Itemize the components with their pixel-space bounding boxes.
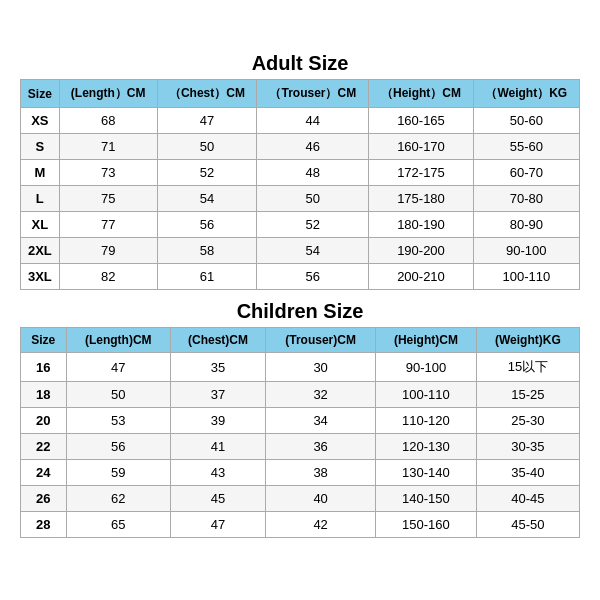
adult-table-cell: 75 [59, 186, 157, 212]
adult-table-body: XS684744160-16550-60S715046160-17055-60M… [21, 108, 580, 290]
adult-table-cell: 47 [157, 108, 257, 134]
adult-table-cell: 80-90 [473, 212, 579, 238]
children-table-header: Size(Length)CM(Chest)CM(Trouser)CM(Heigh… [21, 328, 580, 353]
adult-header-row: Size(Length）CM（Chest）CM（Trouser）CM（Heigh… [21, 80, 580, 108]
adult-table-cell: XL [21, 212, 60, 238]
children-table-cell: 18 [21, 382, 67, 408]
children-table-cell: 56 [66, 434, 170, 460]
children-table-cell: 50 [66, 382, 170, 408]
adult-table-cell: M [21, 160, 60, 186]
children-table-cell: 15以下 [476, 353, 579, 382]
children-table-cell: 100-110 [376, 382, 477, 408]
children-table-cell: 47 [66, 353, 170, 382]
adult-table-cell: 190-200 [369, 238, 473, 264]
children-table-row: 1647353090-10015以下 [21, 353, 580, 382]
adult-table-cell: 200-210 [369, 264, 473, 290]
children-table-cell: 36 [266, 434, 376, 460]
adult-table-cell: 44 [257, 108, 369, 134]
size-chart-container: Adult Size Size(Length）CM（Chest）CM（Trous… [10, 42, 590, 558]
adult-table-cell: 52 [257, 212, 369, 238]
adult-table-row: L755450175-18070-80 [21, 186, 580, 212]
children-table-cell: 90-100 [376, 353, 477, 382]
adult-table-cell: 61 [157, 264, 257, 290]
adult-table-cell: 54 [257, 238, 369, 264]
adult-table-cell: 52 [157, 160, 257, 186]
children-table-cell: 43 [170, 460, 265, 486]
children-header-cell: (Weight)KG [476, 328, 579, 353]
adult-table-cell: 100-110 [473, 264, 579, 290]
children-table-cell: 120-130 [376, 434, 477, 460]
adult-table-row: 2XL795854190-20090-100 [21, 238, 580, 264]
adult-table-cell: 90-100 [473, 238, 579, 264]
adult-table-cell: 55-60 [473, 134, 579, 160]
children-table-cell: 45-50 [476, 512, 579, 538]
children-header-cell: Size [21, 328, 67, 353]
children-table-cell: 47 [170, 512, 265, 538]
adult-table-cell: 56 [157, 212, 257, 238]
adult-table-row: XL775652180-19080-90 [21, 212, 580, 238]
adult-table-cell: 175-180 [369, 186, 473, 212]
children-table-cell: 38 [266, 460, 376, 486]
children-table-cell: 65 [66, 512, 170, 538]
adult-table-row: 3XL826156200-210100-110 [21, 264, 580, 290]
adult-table-row: XS684744160-16550-60 [21, 108, 580, 134]
children-table-cell: 37 [170, 382, 265, 408]
adult-table-cell: 73 [59, 160, 157, 186]
adult-table-cell: 68 [59, 108, 157, 134]
children-table-row: 28654742150-16045-50 [21, 512, 580, 538]
children-table-row: 26624540140-15040-45 [21, 486, 580, 512]
adult-table-cell: 50 [157, 134, 257, 160]
adult-table-cell: 70-80 [473, 186, 579, 212]
children-table-cell: 30 [266, 353, 376, 382]
children-table-cell: 35-40 [476, 460, 579, 486]
children-header-cell: (Length)CM [66, 328, 170, 353]
children-table-cell: 41 [170, 434, 265, 460]
children-table-row: 24594338130-14035-40 [21, 460, 580, 486]
children-table-cell: 26 [21, 486, 67, 512]
adult-table-cell: 160-165 [369, 108, 473, 134]
adult-table-cell: XS [21, 108, 60, 134]
children-table-cell: 15-25 [476, 382, 579, 408]
children-table-cell: 16 [21, 353, 67, 382]
adult-table-cell: 3XL [21, 264, 60, 290]
adult-table-cell: 160-170 [369, 134, 473, 160]
adult-table-cell: S [21, 134, 60, 160]
children-table-cell: 32 [266, 382, 376, 408]
children-table-cell: 110-120 [376, 408, 477, 434]
children-table-cell: 62 [66, 486, 170, 512]
children-table-cell: 59 [66, 460, 170, 486]
children-table-cell: 45 [170, 486, 265, 512]
children-table-cell: 40-45 [476, 486, 579, 512]
adult-table-cell: 50 [257, 186, 369, 212]
children-header-cell: (Height)CM [376, 328, 477, 353]
adult-table-cell: L [21, 186, 60, 212]
adult-table-cell: 56 [257, 264, 369, 290]
adult-table-cell: 48 [257, 160, 369, 186]
adult-table-cell: 2XL [21, 238, 60, 264]
children-table-cell: 42 [266, 512, 376, 538]
children-table-cell: 30-35 [476, 434, 579, 460]
adult-table-cell: 79 [59, 238, 157, 264]
children-table-cell: 22 [21, 434, 67, 460]
adult-table-cell: 60-70 [473, 160, 579, 186]
children-table-row: 22564136120-13030-35 [21, 434, 580, 460]
children-table-cell: 34 [266, 408, 376, 434]
adult-table-row: S715046160-17055-60 [21, 134, 580, 160]
adult-table-header: Size(Length）CM（Chest）CM（Trouser）CM（Heigh… [21, 80, 580, 108]
adult-table-cell: 71 [59, 134, 157, 160]
children-table-cell: 40 [266, 486, 376, 512]
adult-header-cell: （Chest）CM [157, 80, 257, 108]
children-table-cell: 150-160 [376, 512, 477, 538]
children-section: Children Size Size(Length)CM(Chest)CM(Tr… [20, 300, 580, 538]
adult-header-cell: Size [21, 80, 60, 108]
adult-table-cell: 46 [257, 134, 369, 160]
adult-header-cell: （Height）CM [369, 80, 473, 108]
children-table-body: 1647353090-10015以下18503732100-11015-2520… [21, 353, 580, 538]
adult-table-cell: 58 [157, 238, 257, 264]
adult-table-cell: 82 [59, 264, 157, 290]
children-table-cell: 20 [21, 408, 67, 434]
children-table-cell: 130-140 [376, 460, 477, 486]
adult-title: Adult Size [20, 52, 580, 75]
adult-table-cell: 77 [59, 212, 157, 238]
children-table: Size(Length)CM(Chest)CM(Trouser)CM(Heigh… [20, 327, 580, 538]
